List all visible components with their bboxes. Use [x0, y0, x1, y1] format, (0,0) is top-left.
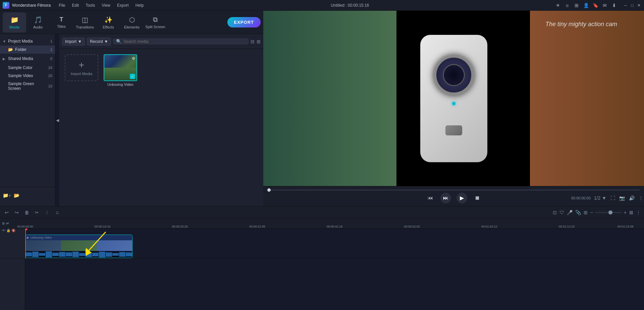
volume-icon[interactable]: 🔊 — [628, 195, 635, 201]
cut-button[interactable]: ✂ — [33, 208, 41, 216]
ruler-mark-2: 00:00:20:20 — [172, 225, 188, 228]
wave-bar — [46, 251, 52, 257]
import-media-button[interactable]: + Import Media — [65, 54, 98, 81]
wave-bar — [72, 252, 79, 257]
playhead[interactable] — [25, 229, 26, 258]
maximize-button[interactable]: □ — [630, 3, 635, 8]
menu-file[interactable]: File — [57, 2, 66, 8]
snapshot-icon[interactable]: 📷 — [619, 195, 626, 201]
menu-edit[interactable]: Edit — [71, 2, 80, 8]
add-track-icon[interactable]: ⊞ — [2, 222, 5, 225]
progress-bar[interactable] — [267, 189, 640, 191]
chevron-right-icon: ▶ — [3, 57, 7, 61]
toolbar-elements[interactable]: ⬡ Elements — [120, 12, 144, 33]
track-eye-icon[interactable]: 👁 — [2, 229, 5, 232]
record-label: Record — [90, 39, 103, 44]
zoom-fit-icon[interactable]: ⊡ — [552, 209, 557, 216]
fullscreen-icon[interactable]: ⛶ — [610, 195, 616, 201]
add-folder-icon[interactable]: 📁+ — [3, 193, 11, 198]
export-button[interactable]: EXPORT — [227, 17, 261, 27]
bluetooth-icon[interactable]: ⌾ — [564, 2, 570, 8]
toolbar-titles[interactable]: T Titles — [50, 12, 73, 33]
media-item-name: Unboxing Video — [104, 82, 137, 86]
track-mute-icon[interactable]: 🔇 — [11, 229, 15, 232]
zoom-out-icon[interactable]: − — [590, 209, 594, 216]
audio-icon: 🎵 — [34, 16, 42, 24]
close-button[interactable]: ✕ — [637, 3, 641, 8]
undo-button[interactable]: ↩ — [3, 208, 11, 216]
camera-body — [420, 35, 487, 162]
toolbar-effects[interactable]: ✨ Effects — [97, 12, 120, 33]
clip-waveform — [25, 251, 132, 258]
music-button[interactable]: ♫ — [53, 208, 61, 216]
sample-video-count: 20 — [48, 74, 52, 78]
sample-green-count: 10 — [48, 84, 52, 88]
menu-view[interactable]: View — [100, 2, 112, 8]
track-lock-icon[interactable]: 🔒 — [6, 229, 10, 232]
folder-icon: 📂 — [8, 47, 13, 52]
menu-tools[interactable]: Tools — [84, 2, 96, 8]
zoom-fit2-icon[interactable]: ⊠ — [629, 209, 634, 216]
record-dropdown[interactable]: Record ▼ — [87, 38, 111, 46]
video-clip[interactable]: ▶ Unboxing Video — [25, 235, 132, 258]
sidebar-header-project-media[interactable]: ▼ Project Media 1 — [0, 37, 55, 46]
mic-icon[interactable]: 🎤 — [566, 209, 573, 216]
download-icon[interactable]: ⬇ — [611, 2, 617, 8]
mail-icon[interactable]: ✉ — [602, 2, 608, 8]
toolbar-audio[interactable]: 🎵 Audio — [26, 12, 50, 33]
sidebar-item-sample-green[interactable]: Sample Green Screen 10 — [0, 80, 55, 92]
sidebar-header-shared-media[interactable]: ▶ Shared Media 0 — [0, 54, 55, 63]
project-media-title: Project Media — [8, 39, 46, 44]
wave-bar — [79, 253, 86, 256]
toolbar-elements-label: Elements — [124, 25, 140, 29]
zoom-bar[interactable] — [595, 212, 622, 213]
search-input[interactable] — [123, 39, 246, 44]
media-item-unboxing[interactable]: ⚙ Unboxing Video — [104, 54, 137, 86]
delete-button[interactable]: 🗑 — [23, 208, 31, 216]
play-button[interactable]: ▶ — [457, 193, 467, 203]
import-media-label: Import Media — [71, 72, 92, 76]
collapse-handle[interactable]: ◀ — [55, 34, 59, 206]
import-label: Import — [65, 39, 76, 44]
toolbar-transitions[interactable]: ◫ Transitions — [73, 12, 97, 33]
title-bar: F Wondershare Filmora File Edit Tools Vi… — [0, 0, 644, 11]
minimize-button[interactable]: ─ — [623, 3, 628, 8]
toolbar-media[interactable]: 📁 Media — [3, 12, 26, 33]
sidebar-item-folder[interactable]: 📂 Folder 1 — [0, 46, 55, 54]
wave-bar — [126, 252, 132, 256]
sidebar-section-project-media: ▼ Project Media 1 📂 Folder 1 — [0, 37, 55, 54]
more-icon[interactable]: ⋮ — [635, 209, 641, 216]
sample-green-label: Sample Green Screen — [8, 81, 46, 91]
sidebar-item-sample-video[interactable]: Sample Video 20 — [0, 72, 55, 80]
step-back-button[interactable]: ⏭ — [440, 193, 451, 203]
sidebar-item-sample-color[interactable]: Sample Color 24 — [0, 64, 55, 72]
record-chevron-icon: ▼ — [104, 39, 108, 44]
grid-view-icon[interactable]: ⊞ — [257, 39, 261, 44]
toolbar-split-screen[interactable]: ⧉ Split Screen — [144, 12, 167, 33]
clip-icon[interactable]: 📎 — [575, 209, 582, 216]
wave-bar — [26, 252, 32, 256]
import-dropdown[interactable]: Import ▼ — [62, 38, 85, 46]
menu-export[interactable]: Export — [116, 2, 130, 8]
link-track-icon[interactable]: ⇌ — [6, 222, 9, 225]
zoom-in-icon[interactable]: + — [623, 209, 627, 216]
stop-button[interactable]: ⏹ — [473, 193, 482, 203]
split-button[interactable]: ⧘ — [43, 208, 51, 216]
settings-icon[interactable]: ⋮ — [638, 195, 644, 201]
wave-bar — [39, 253, 45, 256]
rewind-button[interactable]: ⏮ — [426, 193, 435, 203]
progress-thumb[interactable] — [267, 188, 271, 192]
redo-button[interactable]: ↪ — [13, 208, 21, 216]
progress-bar-container — [263, 189, 644, 191]
zoom-thumb[interactable] — [608, 210, 612, 214]
shield-icon[interactable]: 🛡 — [559, 209, 565, 216]
new-folder-icon[interactable]: 📂 — [14, 193, 19, 198]
user-icon[interactable]: 👤 — [583, 2, 589, 8]
grid-icon[interactable]: ⊞ — [574, 2, 580, 8]
bookmark-icon[interactable]: 🔖 — [592, 2, 598, 8]
track-labels: 👁 🔒 🔇 — [0, 229, 25, 310]
split2-icon[interactable]: ⊞ — [583, 209, 588, 216]
filter-icon[interactable]: ⊟ — [251, 39, 255, 44]
menu-help[interactable]: Help — [134, 2, 145, 8]
sun-icon[interactable]: ☀ — [555, 2, 561, 8]
